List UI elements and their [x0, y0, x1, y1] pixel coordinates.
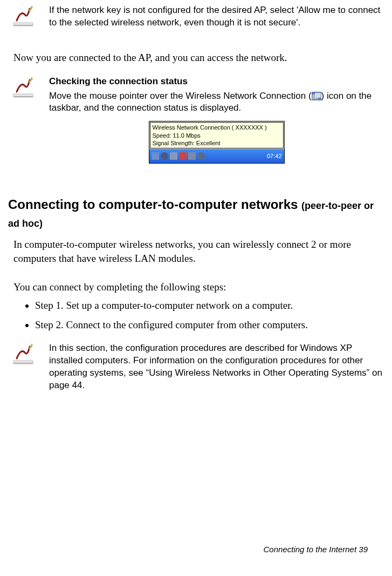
- connected-paragraph: Now you are connected to the AP, and you…: [13, 51, 384, 65]
- taskbar-clock: 07:42: [267, 152, 282, 160]
- note-text: If the network key is not configured for…: [49, 4, 384, 29]
- tray-icon: [197, 152, 205, 160]
- tooltip-box: Wireless Network Connection ( XXXXXXX ) …: [150, 122, 284, 148]
- steps-intro: You can connect by completing the follow…: [13, 280, 384, 294]
- pencil-note-icon: [11, 342, 40, 370]
- tray-icons: [152, 152, 205, 160]
- page-footer: Connecting to the Internet 39: [264, 544, 368, 555]
- tray-icon: [188, 152, 196, 160]
- tooltip-line1: Wireless Network Connection ( XXXXXXX ): [153, 124, 281, 131]
- note-title: Checking the connection status: [49, 76, 384, 88]
- taskbar: 07:42: [149, 149, 284, 163]
- pencil-note-icon: [11, 76, 40, 103]
- list-item: Step 2. Connect to the configured comput…: [35, 318, 384, 332]
- note-text: In this section, the configuration proce…: [49, 342, 384, 392]
- tray-icon: [152, 152, 159, 160]
- tray-icon: [170, 152, 177, 160]
- heading-main: Connecting to computer-to-computer netwo…: [8, 197, 301, 212]
- tooltip-screenshot: Wireless Network Connection ( XXXXXXX ) …: [149, 121, 285, 164]
- svg-rect-3: [13, 96, 33, 97]
- note-connection-status: Checking the connection status Move the …: [8, 76, 384, 164]
- tray-icon: [161, 152, 168, 160]
- note-text: Checking the connection status Move the …: [49, 76, 384, 164]
- note-windows-xp: In this section, the configuration proce…: [8, 342, 384, 392]
- svg-rect-1: [13, 25, 33, 26]
- intro-paragraph: In computer-to-computer wireless network…: [13, 238, 384, 265]
- note-body-before: Move the mouse pointer over the Wireless…: [49, 91, 312, 101]
- tooltip-line3: Signal Strength: Excellent: [153, 139, 281, 147]
- note-body: Move the mouse pointer over the Wireless…: [49, 90, 384, 115]
- tray-icon: [179, 152, 187, 160]
- svg-rect-5: [13, 363, 33, 364]
- note-network-key: If the network key is not configured for…: [8, 4, 384, 32]
- wireless-icon: [312, 92, 321, 100]
- tooltip-line2: Speed: 11.0 Mbps: [153, 132, 281, 139]
- steps-list: Step 1. Set up a computer-to-computer ne…: [24, 299, 384, 331]
- page-content: If the network key is not configured for…: [8, 4, 384, 566]
- pencil-note-icon: [11, 4, 40, 32]
- list-item: Step 1. Set up a computer-to-computer ne…: [35, 299, 384, 313]
- section-heading: Connecting to computer-to-computer netwo…: [8, 196, 384, 231]
